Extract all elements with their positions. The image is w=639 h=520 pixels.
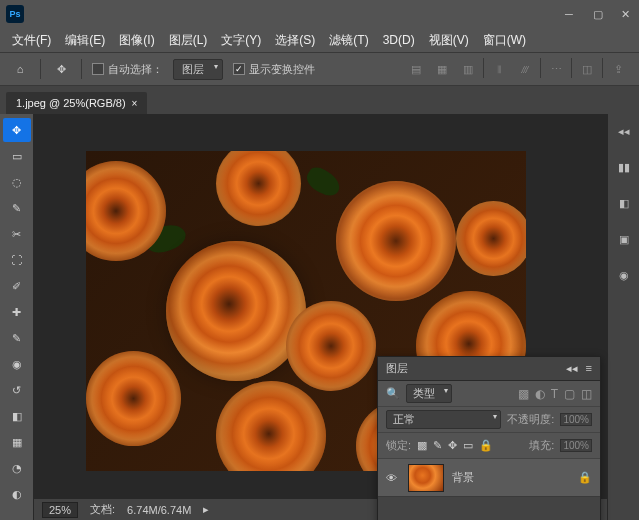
filter-smart-icon[interactable]: ◫ [581,387,592,401]
show-transform-checkbox[interactable] [233,63,245,75]
visibility-toggle-icon[interactable]: 👁 [386,472,400,484]
menu-filter[interactable]: 滤镜(T) [325,30,372,51]
menu-edit[interactable]: 编辑(E) [61,30,109,51]
chevron-right-icon[interactable]: ▸ [203,503,209,516]
collapse-panel-icon[interactable]: ◂◂ [566,362,578,375]
titlebar: Ps ─ ▢ ✕ [0,0,639,28]
show-transform-label: 显示变换控件 [249,62,315,77]
filter-adjustment-icon[interactable]: ◐ [535,387,545,401]
auto-select-checkbox[interactable] [92,63,104,75]
libraries-panel-icon[interactable]: ▣ [613,228,635,250]
layers-panel-header[interactable]: 图层 ◂◂ ≡ [378,357,600,381]
eyedropper-tool[interactable]: ✐ [3,274,31,298]
menu-select[interactable]: 选择(S) [271,30,319,51]
fill-value[interactable]: 100% [560,439,592,452]
lasso-tool[interactable]: ◌ [3,170,31,194]
crop-tool[interactable]: ✂ [3,222,31,246]
blur-tool[interactable]: ◔ [3,456,31,480]
share-icon[interactable]: ⇪ [607,58,629,80]
layer-name[interactable]: 背景 [452,470,570,485]
menu-layer[interactable]: 图层(L) [165,30,212,51]
right-dock: ◂◂ ▮▮ ◧ ▣ ◉ [607,114,639,520]
move-tool-icon[interactable]: ✥ [51,59,71,79]
filter-type-dropdown[interactable]: 类型 [406,384,452,403]
brush-tool[interactable]: ✎ [3,326,31,350]
opacity-label: 不透明度: [507,412,554,427]
search-icon[interactable]: 🔍 [386,387,400,400]
menu-bar: 文件(F) 编辑(E) 图像(I) 图层(L) 文字(Y) 选择(S) 滤镜(T… [0,28,639,52]
lock-position-icon[interactable]: ✥ [448,439,457,452]
menu-3d[interactable]: 3D(D) [379,31,419,49]
minimize-button[interactable]: ─ [565,8,577,20]
color-panel-icon[interactable]: ◉ [613,264,635,286]
align-right-icon[interactable]: ▥ [457,58,479,80]
tools-panel: ✥ ▭ ◌ ✎ ✂ ⛶ ✐ ✚ ✎ ◉ ↺ ◧ ▦ ◔ ◐ [0,114,34,520]
distribute-h-icon[interactable]: ⫴ [488,58,510,80]
options-bar: ⌂ ✥ 自动选择： 图层 显示变换控件 ▤ ▦ ▥ ⫴ ⫻ ⋯ ◫ ⇪ [0,52,639,86]
history-brush-tool[interactable]: ↺ [3,378,31,402]
lock-label: 锁定: [386,438,411,453]
main-area: ✥ ▭ ◌ ✎ ✂ ⛶ ✐ ✚ ✎ ◉ ↺ ◧ ▦ ◔ ◐ [0,114,639,520]
filter-shape-icon[interactable]: ▢ [564,387,575,401]
menu-window[interactable]: 窗口(W) [479,30,530,51]
filter-pixel-icon[interactable]: ▩ [518,387,529,401]
auto-select-label: 自动选择： [108,62,163,77]
zoom-level[interactable]: 25% [42,502,78,518]
lock-all-icon[interactable]: 🔒 [479,439,493,452]
adjustments-panel-icon[interactable]: ◧ [613,192,635,214]
histogram-panel-icon[interactable]: ▮▮ [613,156,635,178]
marquee-tool[interactable]: ▭ [3,144,31,168]
document-tab-label: 1.jpeg @ 25%(RGB/8) [16,97,126,109]
lock-artboard-icon[interactable]: ▭ [463,439,473,452]
menu-type[interactable]: 文字(Y) [217,30,265,51]
align-left-icon[interactable]: ▤ [405,58,427,80]
document-tab[interactable]: 1.jpeg @ 25%(RGB/8) × [6,92,147,114]
app-logo: Ps [6,5,24,23]
dodge-tool[interactable]: ◐ [3,482,31,506]
menu-file[interactable]: 文件(F) [8,30,55,51]
3d-mode-icon[interactable]: ◫ [576,58,598,80]
gradient-tool[interactable]: ▦ [3,430,31,454]
align-center-icon[interactable]: ▦ [431,58,453,80]
layer-row-background[interactable]: 👁 背景 🔒 [378,459,600,497]
doc-size-label: 文档: [90,502,115,517]
frame-tool[interactable]: ⛶ [3,248,31,272]
layers-panel-title: 图层 [386,361,408,376]
maximize-button[interactable]: ▢ [593,8,605,20]
doc-size-value: 6.74M/6.74M [127,504,191,516]
align-more-icon[interactable]: ⋯ [545,58,567,80]
layer-thumbnail[interactable] [408,464,444,492]
menu-view[interactable]: 视图(V) [425,30,473,51]
move-tool[interactable]: ✥ [3,118,31,142]
panel-menu-icon[interactable]: ≡ [586,362,592,375]
layers-list: 👁 背景 🔒 [378,459,600,520]
distribute-v-icon[interactable]: ⫻ [514,58,536,80]
menu-image[interactable]: 图像(I) [115,30,158,51]
quick-select-tool[interactable]: ✎ [3,196,31,220]
filter-type-icon[interactable]: T [551,387,558,401]
opacity-value[interactable]: 100% [560,413,592,426]
close-button[interactable]: ✕ [621,8,633,20]
healing-tool[interactable]: ✚ [3,300,31,324]
app-window: Ps ─ ▢ ✕ 文件(F) 编辑(E) 图像(I) 图层(L) 文字(Y) 选… [0,0,639,520]
lock-transparency-icon[interactable]: ▩ [417,439,427,452]
lock-image-icon[interactable]: ✎ [433,439,442,452]
layers-panel: 图层 ◂◂ ≡ 🔍 类型 ▩ ◐ T ▢ ◫ 正常 不透明度: [377,356,601,520]
auto-select-target-dropdown[interactable]: 图层 [173,59,223,80]
lock-icon[interactable]: 🔒 [578,471,592,484]
document-tab-bar: 1.jpeg @ 25%(RGB/8) × [0,86,639,114]
expand-dock-icon[interactable]: ◂◂ [613,120,635,142]
fill-label: 填充: [529,438,554,453]
eraser-tool[interactable]: ◧ [3,404,31,428]
tab-close-icon[interactable]: × [132,98,138,109]
clone-tool[interactable]: ◉ [3,352,31,376]
blend-mode-dropdown[interactable]: 正常 [386,410,501,429]
home-icon[interactable]: ⌂ [10,59,30,79]
